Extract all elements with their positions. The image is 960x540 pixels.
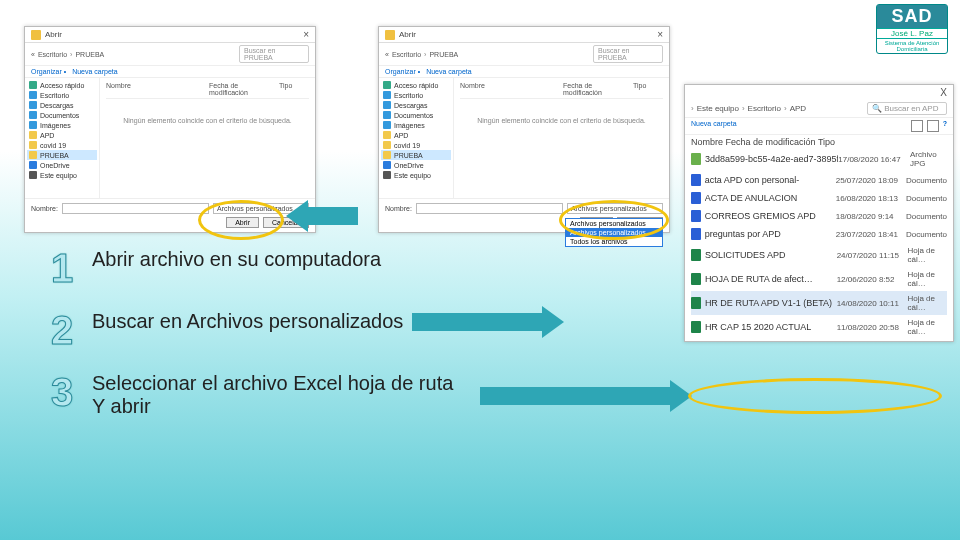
close-icon[interactable]: × bbox=[657, 29, 663, 40]
col-name[interactable]: Nombre bbox=[106, 82, 209, 96]
file-row[interactable]: acta APD con personal-25/07/2020 18:09Do… bbox=[691, 171, 947, 189]
sidebar-label: Este equipo bbox=[40, 172, 77, 179]
sidebar-label: Documentos bbox=[40, 112, 79, 119]
col-type[interactable]: Tipo bbox=[633, 82, 663, 96]
crumb-folder[interactable]: PRUEBA bbox=[75, 51, 104, 58]
filter-option[interactable]: Archivos personalizados bbox=[566, 219, 662, 228]
filter-option[interactable]: Todos los archivos bbox=[566, 237, 662, 246]
sidebar-item[interactable]: Este equipo bbox=[381, 170, 451, 180]
file-row[interactable]: CORREOS GREMIOS APD18/08/2020 9:14Docume… bbox=[691, 207, 947, 225]
file-row[interactable]: HR CAP 15 2020 ACTUAL11/08/2020 20:58Hoj… bbox=[691, 315, 947, 339]
breadcrumb[interactable]: « Escritorio › PRUEBA Buscar en PRUEBA bbox=[25, 43, 315, 66]
col-name[interactable]: Nombre bbox=[691, 137, 723, 147]
help-icon[interactable]: ? bbox=[943, 120, 947, 132]
search-placeholder: Buscar en APD bbox=[884, 104, 938, 113]
new-folder-button[interactable]: Nueva carpeta bbox=[691, 120, 737, 132]
new-folder-button[interactable]: Nueva carpeta bbox=[72, 68, 118, 75]
step-text: Abrir archivo en su computadora bbox=[92, 248, 381, 271]
open-button[interactable]: Abrir bbox=[226, 217, 259, 228]
breadcrumb[interactable]: « Escritorio › PRUEBA Buscar en PRUEBA bbox=[379, 43, 669, 66]
sidebar-item[interactable]: Descargas bbox=[27, 100, 97, 110]
crumb-thispc[interactable]: Este equipo bbox=[697, 104, 739, 113]
col-name[interactable]: Nombre bbox=[460, 82, 563, 96]
sidebar-item[interactable]: OneDrive bbox=[27, 160, 97, 170]
folder-icon bbox=[31, 30, 41, 40]
col-type[interactable]: Tipo bbox=[279, 82, 309, 96]
file-filter-dropdown[interactable]: Archivos personalizados bbox=[567, 203, 663, 214]
column-headers[interactable]: Nombre Fecha de modificación Tipo bbox=[106, 82, 309, 99]
sidebar-item[interactable]: covid 19 bbox=[27, 140, 97, 150]
sidebar-item[interactable]: Este equipo bbox=[27, 170, 97, 180]
column-headers[interactable]: Nombre Fecha de modificación Tipo bbox=[691, 137, 947, 147]
search-input[interactable]: Buscar en PRUEBA bbox=[239, 45, 309, 63]
sidebar-item[interactable]: Imágenes bbox=[27, 120, 97, 130]
folder-icon bbox=[29, 81, 37, 89]
organize-menu[interactable]: Organizar • bbox=[385, 68, 420, 75]
file-name: acta APD con personal- bbox=[705, 175, 836, 185]
sidebar-item[interactable]: covid 19 bbox=[381, 140, 451, 150]
sidebar-item[interactable]: PRUEBA bbox=[381, 150, 451, 160]
col-modified[interactable]: Fecha de modificación bbox=[563, 82, 633, 96]
file-type: Documento bbox=[906, 176, 947, 185]
sidebar-item[interactable]: Documentos bbox=[381, 110, 451, 120]
sidebar-item[interactable]: Acceso rápido bbox=[27, 80, 97, 90]
arrow-3 bbox=[480, 380, 692, 412]
sidebar-item[interactable]: Descargas bbox=[381, 100, 451, 110]
file-type: Hoja de cál… bbox=[907, 246, 947, 264]
sidebar-item[interactable]: Imágenes bbox=[381, 120, 451, 130]
sidebar-item[interactable]: APD bbox=[381, 130, 451, 140]
file-icon bbox=[691, 210, 701, 222]
sidebar-item[interactable]: OneDrive bbox=[381, 160, 451, 170]
dialog-toolbar: Organizar • Nueva carpeta bbox=[379, 66, 669, 78]
close-icon[interactable]: × bbox=[303, 29, 309, 40]
search-input[interactable]: Buscar en PRUEBA bbox=[593, 45, 663, 63]
crumb-desktop[interactable]: Escritorio bbox=[38, 51, 67, 58]
sidebar-item[interactable]: Acceso rápido bbox=[381, 80, 451, 90]
file-row[interactable]: SOLICITUDES APD24/07/2020 11:15Hoja de c… bbox=[691, 243, 947, 267]
view-list-icon[interactable] bbox=[927, 120, 939, 132]
open-dialog-1: Abrir × « Escritorio › PRUEBA Buscar en … bbox=[24, 26, 316, 233]
folder-icon bbox=[383, 141, 391, 149]
crumb-folder[interactable]: APD bbox=[790, 104, 806, 113]
breadcrumb[interactable]: › Este equipo › Escritorio › APD 🔍 Busca… bbox=[685, 100, 953, 118]
col-type[interactable]: Tipo bbox=[818, 137, 835, 147]
crumb-folder[interactable]: PRUEBA bbox=[429, 51, 458, 58]
empty-message: Ningún elemento coincide con el criterio… bbox=[460, 117, 663, 124]
sidebar-item[interactable]: APD bbox=[27, 130, 97, 140]
file-icon bbox=[691, 321, 701, 333]
file-row[interactable]: HR DE RUTA APD V1-1 (BETA)14/08/2020 10:… bbox=[691, 291, 947, 315]
sidebar-item[interactable]: Escritorio bbox=[27, 90, 97, 100]
sidebar-label: APD bbox=[40, 132, 54, 139]
folder-icon bbox=[383, 171, 391, 179]
crumb-desktop[interactable]: Escritorio bbox=[392, 51, 421, 58]
file-row[interactable]: ACTA DE ANULACION16/08/2020 18:13Documen… bbox=[691, 189, 947, 207]
sidebar-item[interactable]: Documentos bbox=[27, 110, 97, 120]
file-date: 12/06/2020 8:52 bbox=[837, 275, 908, 284]
file-filter-options[interactable]: Archivos personalizadosArchivos personal… bbox=[565, 218, 663, 247]
file-icon bbox=[691, 249, 701, 261]
filter-option[interactable]: Archivos personalizados bbox=[566, 228, 662, 237]
sidebar-item[interactable]: Escritorio bbox=[381, 90, 451, 100]
crumb-back[interactable]: « bbox=[385, 51, 389, 58]
view-icon[interactable] bbox=[911, 120, 923, 132]
file-row[interactable]: 3dd8a599-bc55-4a2e-aed7-3895f74d39c517/0… bbox=[691, 147, 947, 171]
search-input[interactable]: 🔍 Buscar en APD bbox=[867, 102, 947, 115]
sidebar-item[interactable]: PRUEBA bbox=[27, 150, 97, 160]
filename-input[interactable] bbox=[416, 203, 563, 214]
file-row[interactable]: HOJA DE RUTA de afect…12/06/2020 8:52Hoj… bbox=[691, 267, 947, 291]
close-icon[interactable]: X bbox=[685, 85, 953, 100]
dialog-toolbar: Organizar • Nueva carpeta bbox=[25, 66, 315, 78]
filename-input[interactable] bbox=[62, 203, 209, 214]
file-row[interactable]: preguntas por APD23/07/2020 18:41Documen… bbox=[691, 225, 947, 243]
crumb-desktop[interactable]: Escritorio bbox=[748, 104, 781, 113]
col-modified[interactable]: Fecha de modificación bbox=[209, 82, 279, 96]
file-name: ACTA DE ANULACION bbox=[705, 193, 836, 203]
col-modified[interactable]: Fecha de modificación bbox=[726, 137, 816, 147]
column-headers[interactable]: Nombre Fecha de modificación Tipo bbox=[460, 82, 663, 99]
sidebar-label: APD bbox=[394, 132, 408, 139]
file-type: Hoja de cál… bbox=[907, 270, 947, 288]
crumb-back[interactable]: « bbox=[31, 51, 35, 58]
organize-menu[interactable]: Organizar • bbox=[31, 68, 66, 75]
new-folder-button[interactable]: Nueva carpeta bbox=[426, 68, 472, 75]
chevron-right-icon: › bbox=[424, 51, 426, 58]
